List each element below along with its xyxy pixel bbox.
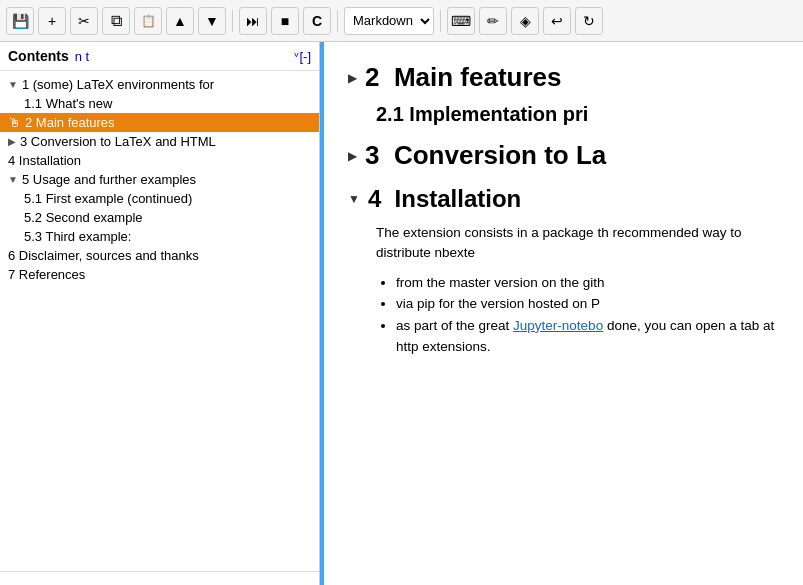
section-2-heading: ▶ 2 Main features <box>348 62 779 93</box>
toc-toggle-1: ▼ <box>8 79 18 90</box>
sidebar-scrollbar[interactable] <box>0 571 319 585</box>
content-pane: ▶ 2 Main features 2.1 Implementation pri… <box>320 42 803 585</box>
toc-item-5-1[interactable]: 5.1 First example (continued) <box>0 189 319 208</box>
paste-button[interactable]: 📋 <box>134 7 162 35</box>
toc-label-1: 1 (some) LaTeX environments for <box>22 77 214 92</box>
sidebar-title: Contents <box>8 48 69 64</box>
toc-toggle-3: ▶ <box>8 136 16 147</box>
section-4-paragraph: The extension consists in a package th r… <box>376 223 779 264</box>
toc-item-5-3[interactable]: 5.3 Third example: <box>0 227 319 246</box>
add-button[interactable]: + <box>38 7 66 35</box>
toc-label-5-3: 5.3 Third example: <box>24 229 131 244</box>
move-down-button[interactable]: ▼ <box>198 7 226 35</box>
sidebar-collapse-button[interactable]: ᵛ[-] <box>294 49 311 64</box>
toc-item-6[interactable]: 6 Disclaimer, sources and thanks <box>0 246 319 265</box>
list-item-2: via pip for the version hosted on P <box>396 293 779 315</box>
toc-item-1[interactable]: ▼ 1 (some) LaTeX environments for <box>0 75 319 94</box>
section-2-toggle[interactable]: ▶ <box>348 71 357 85</box>
section-2-1-heading: 2.1 Implementation pri <box>376 103 779 126</box>
section-3-toggle[interactable]: ▶ <box>348 149 357 163</box>
main-area: Contents n t ᵛ[-] ▼ 1 (some) LaTeX envir… <box>0 42 803 585</box>
move-up-button[interactable]: ▲ <box>166 7 194 35</box>
list-item-1: from the master version on the gith <box>396 272 779 294</box>
toc-label-1-1: 1.1 What's new <box>24 96 112 111</box>
section-4-heading: ▼ 4 Installation <box>348 185 779 213</box>
section-4-body: The extension consists in a package th r… <box>376 223 779 358</box>
toc-label-5-2: 5.2 Second example <box>24 210 143 225</box>
list-item-3: as part of the great Jupyter-notebo done… <box>396 315 779 358</box>
sidebar-links[interactable]: n t <box>75 49 89 64</box>
section-2-1-title: 2.1 Implementation pri <box>376 103 588 125</box>
sidebar-header: Contents n t ᵛ[-] <box>0 42 319 71</box>
sidebar-toc: ▼ 1 (some) LaTeX environments for 1.1 Wh… <box>0 71 319 571</box>
cut-button[interactable]: ✂ <box>70 7 98 35</box>
section-4-title: 4 Installation <box>368 185 521 213</box>
undo-button[interactable]: ↩ <box>543 7 571 35</box>
toc-item-1-1[interactable]: 1.1 What's new <box>0 94 319 113</box>
toc-label-6: 6 Disclaimer, sources and thanks <box>8 248 199 263</box>
toc-item-5[interactable]: ▼ 5 Usage and further examples <box>0 170 319 189</box>
toc-item-2[interactable]: 🖱 2 Main features <box>0 113 319 132</box>
copy-button[interactable]: ⧉ <box>102 7 130 35</box>
settings-button[interactable]: ◈ <box>511 7 539 35</box>
separator-1 <box>232 10 233 32</box>
separator-3 <box>440 10 441 32</box>
toc-label-7: 7 References <box>8 267 85 282</box>
section-3-heading: ▶ 3 Conversion to La <box>348 140 779 171</box>
redo-button[interactable]: ↻ <box>575 7 603 35</box>
toc-item-7[interactable]: 7 References <box>0 265 319 284</box>
toc-label-5-1: 5.1 First example (continued) <box>24 191 192 206</box>
section-4-list: from the master version on the gith via … <box>396 272 779 358</box>
edit-pencil-button[interactable]: ✏ <box>479 7 507 35</box>
save-button[interactable]: 💾 <box>6 7 34 35</box>
section-4-toggle[interactable]: ▼ <box>348 192 360 206</box>
toc-label-5: 5 Usage and further examples <box>22 172 196 187</box>
section-3-title: 3 Conversion to La <box>365 140 606 171</box>
sidebar: Contents n t ᵛ[-] ▼ 1 (some) LaTeX envir… <box>0 42 320 585</box>
section-2-title: 2 Main features <box>365 62 562 93</box>
separator-2 <box>337 10 338 32</box>
cell-type-select[interactable]: Markdown Raw Code Heading 1 <box>344 7 434 35</box>
refresh-button[interactable]: C <box>303 7 331 35</box>
toolbar: 💾 + ✂ ⧉ 📋 ▲ ▼ ⏭ ■ C Markdown Raw Code He… <box>0 0 803 42</box>
keyboard-button[interactable]: ⌨ <box>447 7 475 35</box>
toc-label-3: 3 Conversion to LaTeX and HTML <box>20 134 216 149</box>
toc-item-3[interactable]: ▶ 3 Conversion to LaTeX and HTML <box>0 132 319 151</box>
toc-item-4[interactable]: 4 Installation <box>0 151 319 170</box>
sidebar-scroll-inner <box>0 572 319 573</box>
toc-label-2: 2 Main features <box>25 115 115 130</box>
stop-button[interactable]: ■ <box>271 7 299 35</box>
toc-label-4: 4 Installation <box>8 153 81 168</box>
toc-toggle-5: ▼ <box>8 174 18 185</box>
toc-item-5-2[interactable]: 5.2 Second example <box>0 208 319 227</box>
toc-icon-2: 🖱 <box>8 115 21 130</box>
first-button[interactable]: ⏭ <box>239 7 267 35</box>
jupyter-notebook-link[interactable]: Jupyter-notebo <box>513 318 603 333</box>
